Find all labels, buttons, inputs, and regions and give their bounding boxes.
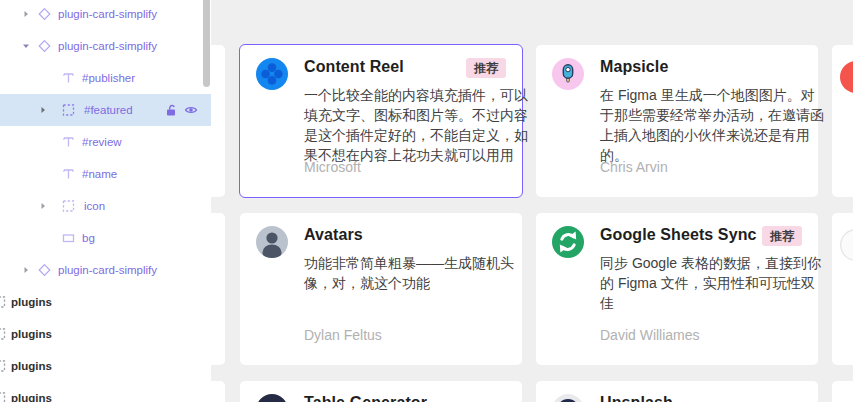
layer-row-frame[interactable]: plugins	[0, 318, 211, 350]
layer-row-frame-selected[interactable]: #featured	[0, 94, 211, 126]
plugin-card-table-generator[interactable]: Table Generator	[240, 381, 522, 402]
layer-row-instance[interactable]: plugin-card-simplify	[0, 0, 211, 30]
layers-panel: plugin-card-simplify plugin-card-simplif…	[0, 0, 211, 402]
text-layer-icon	[62, 136, 75, 149]
chevron-right-icon[interactable]	[38, 105, 48, 115]
text-layer-icon	[62, 168, 75, 181]
plugin-card-partial[interactable]	[832, 45, 853, 197]
frame-layer-icon	[62, 200, 75, 213]
text-layer-icon	[62, 72, 75, 85]
layer-name[interactable]: #review	[82, 136, 122, 148]
unlock-icon[interactable]	[164, 103, 178, 117]
plugin-card-partial[interactable]	[832, 213, 853, 365]
frame-layer-icon	[0, 296, 6, 309]
plugin-card-google-sheets-sync[interactable]: Google Sheets Sync 推荐 同步 Google 表格的数据，直接…	[536, 213, 818, 365]
plugin-card-partial[interactable]	[832, 381, 853, 402]
layer-row-frame[interactable]: plugins	[0, 286, 211, 318]
plugin-card-unsplash[interactable]: Unsplash	[536, 381, 818, 402]
plugin-description: 同步 Google 表格的数据，直接到你的 Figma 文件，实用性和可玩性双佳	[600, 253, 824, 313]
chevron-right-icon[interactable]	[38, 201, 48, 211]
frame-layer-icon	[0, 392, 6, 402]
layer-name[interactable]: plugins	[11, 392, 52, 402]
layer-row-text[interactable]: #publisher	[0, 62, 211, 94]
content-reel-icon	[256, 58, 288, 90]
layer-name[interactable]: bg	[82, 232, 95, 244]
layer-row-instance[interactable]: plugin-card-simplify	[0, 254, 211, 286]
plugin-description: 一个比较全能的内容填充插件，可以填充文字、图标和图片等。不过内容是这个插件定好的…	[304, 85, 528, 165]
light-plugin-icon	[840, 229, 853, 261]
layer-name[interactable]: #name	[82, 168, 117, 180]
instance-diamond-icon	[38, 8, 51, 21]
frame-layer-icon	[0, 328, 6, 341]
mapsicle-icon	[552, 58, 584, 90]
layer-name[interactable]: plugin-card-simplify	[58, 40, 157, 52]
layer-name[interactable]: plugin-card-simplify	[58, 8, 157, 20]
layer-row-frame[interactable]: icon	[0, 190, 211, 222]
plugin-author: David Williames	[600, 327, 700, 343]
layer-row-text[interactable]: #review	[0, 126, 211, 158]
plugin-card-avatars[interactable]: Avatars 功能非常简单粗暴——生成随机头像，对，就这个功能 Dylan F…	[240, 213, 522, 365]
layer-name[interactable]: plugins	[11, 296, 52, 308]
layer-row-text[interactable]: #name	[0, 158, 211, 190]
rectangle-layer-icon	[62, 232, 75, 245]
plugin-title: Avatars	[304, 226, 363, 244]
table-generator-icon	[256, 394, 288, 402]
plugin-card-mapsicle[interactable]: Mapsicle 在 Figma 里生成一个地图图片。对于那些需要经常举办活动，…	[536, 45, 818, 197]
instance-diamond-icon	[38, 264, 51, 277]
frame-layer-icon	[62, 104, 75, 117]
plugin-title: Google Sheets Sync	[600, 226, 757, 244]
avatars-icon	[256, 226, 288, 258]
visibility-eye-icon[interactable]	[184, 103, 198, 117]
layer-name[interactable]: icon	[84, 200, 105, 212]
layer-row-frame[interactable]: plugins	[0, 382, 211, 402]
plugin-title: Content Reel	[304, 58, 404, 76]
google-sheets-sync-icon	[552, 226, 584, 258]
plugin-title: Mapsicle	[600, 58, 668, 76]
plugin-author: Microsoft	[304, 159, 361, 175]
plugin-description: 在 Figma 里生成一个地图图片。对于那些需要经常举办活动，在邀请函上插入地图…	[600, 85, 824, 165]
layer-row-frame[interactable]: plugins	[0, 350, 211, 382]
chevron-down-icon[interactable]	[21, 41, 31, 51]
red-plugin-icon	[840, 61, 853, 93]
sidebar-scrollbar-thumb[interactable]	[203, 0, 210, 87]
recommended-badge: 推荐	[762, 226, 802, 246]
layer-name[interactable]: plugins	[11, 360, 52, 372]
layer-row-instance[interactable]: plugin-card-simplify	[0, 30, 211, 62]
plugin-title: Unsplash	[600, 394, 673, 402]
instance-diamond-icon	[38, 40, 51, 53]
chevron-right-icon[interactable]	[21, 9, 31, 19]
chevron-right-icon[interactable]	[21, 265, 31, 275]
plugin-author: Chris Arvin	[600, 159, 668, 175]
unsplash-icon	[552, 394, 584, 402]
plugin-card-content-reel[interactable]: Content Reel 推荐 一个比较全能的内容填充插件，可以填充文字、图标和…	[240, 45, 522, 197]
layer-row-rectangle[interactable]: bg	[0, 222, 211, 254]
frame-layer-icon	[0, 360, 6, 373]
plugin-author: Dylan Feltus	[304, 327, 382, 343]
recommended-badge: 推荐	[466, 58, 506, 78]
layer-name[interactable]: #featured	[84, 104, 133, 116]
plugin-description: 功能非常简单粗暴——生成随机头像，对，就这个功能	[304, 253, 528, 293]
layer-name[interactable]: plugins	[11, 328, 52, 340]
plugin-title: Table Generator	[304, 394, 427, 402]
layer-name[interactable]: plugin-card-simplify	[58, 264, 157, 276]
layer-name[interactable]: #publisher	[82, 72, 135, 84]
